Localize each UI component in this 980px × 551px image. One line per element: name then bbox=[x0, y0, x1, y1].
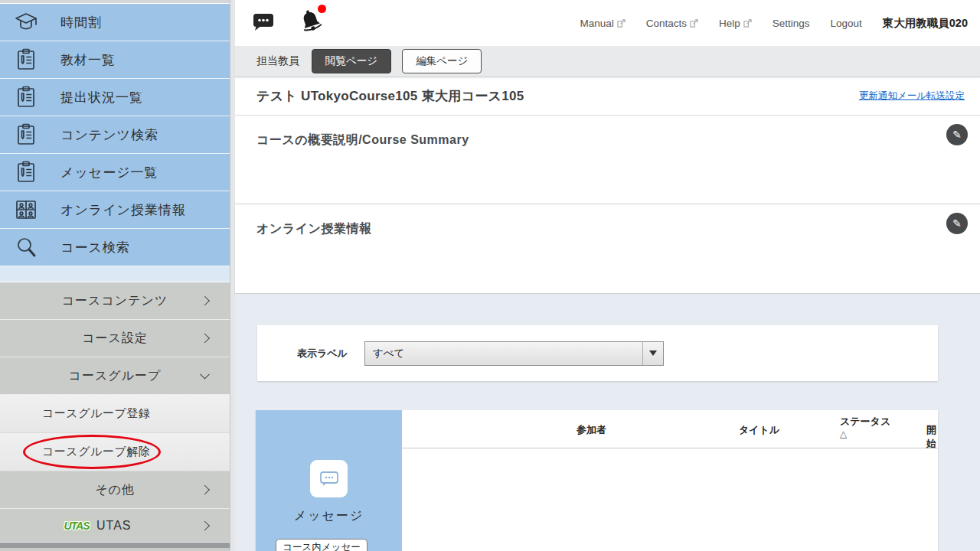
label-filter-select[interactable]: すべて bbox=[364, 341, 664, 366]
sidebar: 時間割 教材一覧 提出状況一覧 bbox=[0, 0, 230, 551]
course-message-button[interactable]: コース内メッセージ bbox=[276, 539, 368, 551]
external-link-icon bbox=[690, 19, 698, 28]
clipboard-icon bbox=[13, 47, 39, 73]
display-label: 表示ラベル bbox=[297, 347, 348, 360]
column-label: 参加者 bbox=[577, 424, 606, 435]
chevron-down-icon bbox=[200, 370, 210, 380]
sidebar-blue-cap bbox=[0, 266, 230, 282]
message-table-body bbox=[402, 449, 938, 551]
column-status[interactable]: ステータス △ bbox=[840, 416, 893, 440]
edit-course-summary-button[interactable]: ✎ bbox=[946, 124, 968, 145]
chevron-right-icon bbox=[200, 296, 210, 306]
sidebar-group-others[interactable]: その他 bbox=[0, 471, 230, 509]
label-filter-value: すべて bbox=[373, 347, 404, 360]
contacts-link[interactable]: Contacts bbox=[646, 18, 698, 29]
sidebar-group-label: その他 bbox=[95, 482, 135, 498]
online-class-heading: オンライン授業情報 bbox=[256, 221, 371, 237]
sidebar-group-label: コースコンテンツ bbox=[62, 293, 168, 309]
sidebar-item-label: 教材一覧 bbox=[60, 51, 116, 69]
lower-area: 表示ラベル すべて メッセージ bbox=[235, 294, 980, 550]
sidebar-group-label: コースグループ bbox=[69, 368, 162, 384]
mail-forward-settings-link[interactable]: 更新通知メール転送設定 bbox=[859, 90, 965, 103]
sidebar-item-label: オンライン授業情報 bbox=[60, 201, 186, 219]
settings-link-label: Settings bbox=[773, 18, 810, 29]
sidebar-item-submissions[interactable]: 提出状況一覧 bbox=[0, 79, 230, 116]
comment-icon[interactable] bbox=[252, 11, 275, 35]
sidebar-subitem-group-register[interactable]: コースグループ登録 bbox=[0, 395, 230, 433]
sidebar-subitem-label: コースグループ登録 bbox=[42, 406, 150, 421]
contacts-link-label: Contacts bbox=[646, 18, 687, 29]
sidebar-item-materials[interactable]: 教材一覧 bbox=[0, 41, 230, 79]
magnifier-icon bbox=[13, 234, 39, 260]
graduation-cap-icon bbox=[13, 9, 39, 35]
sidebar-item-label: 時間割 bbox=[60, 14, 102, 31]
sidebar-group-course-contents[interactable]: コースコンテンツ bbox=[0, 282, 230, 320]
message-table: メッセージ コース内メッセージ 参加者 タイトル ステータス △ 開始日 bbox=[256, 410, 938, 551]
help-link[interactable]: Help bbox=[719, 18, 752, 29]
sidebar-item-timetable[interactable]: 時間割 bbox=[0, 4, 230, 41]
external-link-icon bbox=[617, 19, 626, 28]
meeting-grid-icon bbox=[13, 197, 39, 223]
chevron-right-icon bbox=[200, 520, 210, 530]
help-link-label: Help bbox=[719, 18, 740, 29]
sidebar-group-course-settings[interactable]: コース設定 bbox=[0, 320, 230, 357]
sidebar-item-label: コンテンツ検索 bbox=[60, 126, 158, 144]
message-category-label: メッセージ bbox=[256, 508, 402, 524]
logout-link-label: Logout bbox=[831, 18, 862, 29]
message-bubble-icon bbox=[310, 460, 348, 497]
tab-edit-page[interactable]: 編集ページ bbox=[402, 49, 482, 73]
page-title: テスト UTokyoCourse105 東大用コース105 bbox=[256, 87, 524, 105]
role-label: 担当教員 bbox=[256, 54, 299, 68]
main-content: Manual Contacts Help Settings bbox=[235, 0, 980, 551]
username: 東大用教職員020 bbox=[883, 16, 968, 31]
sort-asc-icon[interactable]: △ bbox=[840, 428, 893, 440]
dropdown-arrow-icon bbox=[649, 350, 657, 356]
bell-icon[interactable] bbox=[298, 8, 324, 38]
column-label: ステータス bbox=[840, 416, 890, 427]
select-arrow-button[interactable] bbox=[642, 342, 663, 365]
chevron-right-icon bbox=[200, 334, 210, 344]
utas-logo: UTAS bbox=[60, 520, 93, 532]
course-summary-section: コースの概要説明/Course Summary ✎ bbox=[235, 116, 980, 204]
logout-link[interactable]: Logout bbox=[831, 18, 862, 29]
sidebar-item-content-search[interactable]: コンテンツ検索 bbox=[0, 116, 230, 154]
clipboard-icon bbox=[13, 84, 39, 110]
title-bar: テスト UTokyoCourse105 東大用コース105 更新通知メール転送設… bbox=[235, 77, 980, 116]
sidebar-group-label: コース設定 bbox=[82, 331, 148, 347]
sidebar-item-label: メッセージ一覧 bbox=[60, 164, 158, 181]
sidebar-content-divider bbox=[230, 0, 235, 551]
manual-link-label: Manual bbox=[580, 18, 613, 29]
course-summary-heading: コースの概要説明/Course Summary bbox=[256, 132, 469, 148]
manual-link[interactable]: Manual bbox=[580, 18, 625, 29]
clipboard-icon bbox=[13, 159, 39, 185]
filter-panel: 表示ラベル すべて bbox=[257, 325, 938, 381]
sidebar-item-message-list[interactable]: メッセージ一覧 bbox=[0, 154, 230, 191]
sidebar-item-label: 提出状況一覧 bbox=[60, 89, 143, 106]
notification-badge bbox=[318, 5, 326, 13]
sidebar-group-course-group[interactable]: コースグループ bbox=[0, 357, 230, 395]
sidebar-bottom-strip bbox=[0, 543, 230, 548]
tab-bar: 担当教員 閲覧ページ 編集ページ bbox=[235, 46, 980, 77]
sidebar-subitem-group-release[interactable]: コースグループ解除 bbox=[0, 433, 230, 471]
message-category-cell: メッセージ コース内メッセージ bbox=[256, 410, 402, 551]
clipboard-icon bbox=[13, 122, 39, 148]
column-title[interactable]: タイトル bbox=[739, 423, 779, 437]
edit-online-class-button[interactable]: ✎ bbox=[946, 213, 968, 234]
settings-link[interactable]: Settings bbox=[773, 18, 810, 29]
chevron-right-icon bbox=[200, 485, 210, 495]
pencil-icon: ✎ bbox=[952, 129, 962, 141]
sidebar-group-utas[interactable]: UTAS UTAS bbox=[0, 509, 230, 543]
sidebar-subitem-label: コースグループ解除 bbox=[42, 445, 150, 459]
tab-view-page[interactable]: 閲覧ページ bbox=[312, 49, 391, 73]
online-class-section: オンライン授業情報 ✎ bbox=[235, 204, 980, 294]
column-label: タイトル bbox=[739, 424, 779, 435]
column-participants[interactable]: 参加者 bbox=[577, 423, 606, 437]
sidebar-item-label: コース検索 bbox=[60, 239, 130, 256]
top-bar: Manual Contacts Help Settings bbox=[235, 0, 980, 46]
external-link-icon bbox=[743, 19, 752, 28]
sidebar-group-label: UTAS bbox=[96, 519, 131, 533]
sidebar-item-online-class[interactable]: オンライン授業情報 bbox=[0, 191, 230, 229]
message-table-header: 参加者 タイトル ステータス △ 開始日 ▽ 最終更新日 ▽ bbox=[402, 410, 938, 448]
sidebar-item-course-search[interactable]: コース検索 bbox=[0, 229, 230, 266]
pencil-icon: ✎ bbox=[952, 217, 962, 230]
